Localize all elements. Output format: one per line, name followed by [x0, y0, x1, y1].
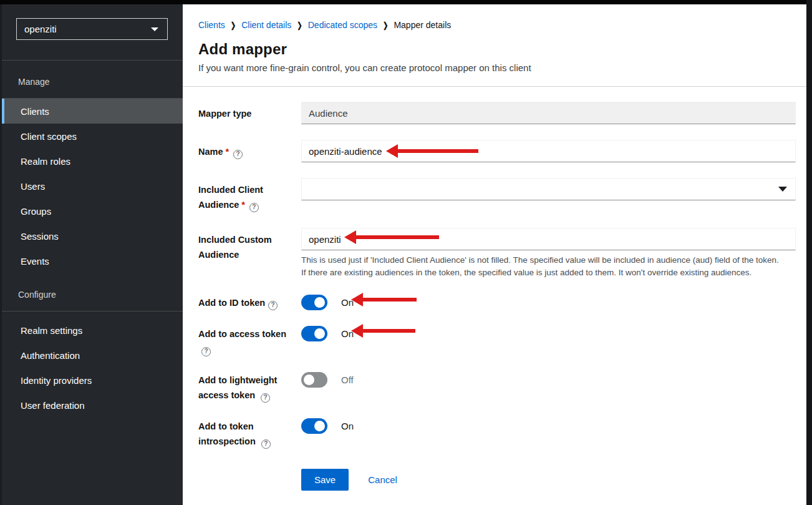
- sidebar-item-label: Groups: [21, 206, 51, 217]
- included-client-audience-select[interactable]: [301, 178, 796, 200]
- switch-knob: [314, 328, 325, 339]
- switch-knob: [304, 375, 314, 385]
- realm-name: openziti: [24, 24, 57, 34]
- mapper-type-label: Mapper type: [198, 102, 301, 124]
- form-row-add-to-id-token: Add to ID token? On: [198, 295, 796, 310]
- sidebar-item-realm-roles[interactable]: Realm roles: [2, 149, 183, 174]
- main-content: Clients ❯ Client details ❯ Dedicated sco…: [183, 4, 806, 505]
- required-asterisk: *: [226, 147, 230, 157]
- add-to-lightweight-access-token-toggle-group: Off: [301, 372, 796, 388]
- form-row-included-client-audience: Included Client Audience*?: [198, 178, 796, 212]
- add-to-lightweight-access-token-label: Add to lightweight access token ?: [198, 372, 301, 403]
- add-to-access-token-toggle-group: On: [301, 326, 796, 341]
- help-icon[interactable]: ?: [261, 393, 270, 403]
- sidebar: openziti Manage Clients Client scopes Re…: [0, 0, 183, 505]
- switch-knob: [314, 297, 325, 308]
- included-custom-audience-input[interactable]: [301, 228, 796, 250]
- toggle-state-label: On: [341, 326, 354, 341]
- sidebar-item-label: Identity providers: [21, 375, 92, 386]
- sidebar-item-label: Authentication: [21, 350, 80, 361]
- nav-list-configure: Realm settings Authentication Identity p…: [2, 311, 183, 418]
- switch-knob: [314, 421, 325, 431]
- helper-line: This is used just if 'Included Client Au…: [301, 254, 796, 267]
- sidebar-item-label: Realm settings: [21, 325, 82, 336]
- form-row-included-custom-audience: Included Custom Audience This is used ju…: [198, 228, 796, 279]
- chevron-right-icon: ❯: [383, 21, 388, 29]
- form-row-add-to-token-introspection: Add to token introspection ? On: [198, 418, 796, 449]
- add-to-token-introspection-switch[interactable]: [301, 418, 327, 434]
- sidebar-item-identity-providers[interactable]: Identity providers: [2, 368, 183, 393]
- help-icon[interactable]: ?: [268, 301, 278, 310]
- realm-selector-dropdown[interactable]: openziti: [16, 18, 168, 40]
- required-asterisk: *: [241, 200, 245, 210]
- sidebar-item-label: Events: [21, 256, 49, 267]
- vertical-scrollbar[interactable]: [806, 0, 812, 505]
- add-mapper-form: Mapper type Name*? Included Client Audie…: [183, 87, 806, 491]
- breadcrumb-current: Mapper details: [394, 20, 451, 30]
- cancel-button[interactable]: Cancel: [368, 474, 397, 485]
- breadcrumb: Clients ❯ Client details ❯ Dedicated sco…: [198, 20, 796, 30]
- window-top-edge: [0, 0, 812, 4]
- sidebar-item-label: Sessions: [21, 231, 59, 242]
- sidebar-item-realm-settings[interactable]: Realm settings: [2, 318, 183, 343]
- breadcrumb-link-dedicated-scopes[interactable]: Dedicated scopes: [308, 20, 377, 30]
- nav-list-manage: Clients Client scopes Realm roles Users …: [2, 99, 183, 273]
- page-subtitle: If you want more fine-grain control, you…: [198, 62, 796, 73]
- sidebar-item-users[interactable]: Users: [2, 174, 183, 199]
- sidebar-item-sessions[interactable]: Sessions: [2, 223, 183, 248]
- toggle-state-label: On: [341, 295, 354, 310]
- add-to-lightweight-access-token-switch[interactable]: [301, 372, 327, 388]
- helper-line: If there are existing audiences in the t…: [301, 267, 796, 279]
- sidebar-item-clients[interactable]: Clients: [2, 99, 183, 124]
- sidebar-item-label: Client scopes: [21, 131, 77, 142]
- chevron-right-icon: ❯: [231, 21, 236, 29]
- chevron-right-icon: ❯: [297, 21, 302, 29]
- sidebar-item-authentication[interactable]: Authentication: [2, 343, 183, 368]
- add-to-token-introspection-toggle-group: On: [301, 418, 796, 434]
- sidebar-item-label: Clients: [21, 106, 49, 117]
- label-text: Add to access token: [198, 329, 286, 339]
- form-row-mapper-type: Mapper type: [198, 102, 796, 124]
- add-to-id-token-switch[interactable]: [301, 295, 327, 310]
- label-text: Add to ID token: [198, 298, 265, 308]
- form-row-name: Name*?: [198, 140, 796, 162]
- help-icon[interactable]: ?: [261, 439, 271, 449]
- mapper-type-field: [301, 102, 796, 124]
- nav-section-title-configure: Configure: [2, 273, 183, 311]
- label-text: Included Custom Audience: [198, 235, 272, 260]
- label-text: Mapper type: [198, 109, 251, 119]
- sidebar-item-label: Realm roles: [21, 156, 70, 167]
- realm-selector-section: openziti: [2, 0, 183, 61]
- label-text: Name: [198, 147, 223, 157]
- toggle-state-label: Off: [341, 372, 354, 388]
- save-button[interactable]: Save: [301, 469, 349, 491]
- sidebar-item-groups[interactable]: Groups: [2, 199, 183, 223]
- sidebar-item-label: User federation: [21, 400, 85, 411]
- toggle-state-label: On: [341, 418, 354, 434]
- caret-down-icon: [151, 27, 158, 31]
- page-header: Clients ❯ Client details ❯ Dedicated sco…: [183, 4, 806, 87]
- label-text: Add to token introspection: [198, 421, 256, 446]
- breadcrumb-link-client-details[interactable]: Client details: [241, 20, 291, 30]
- form-actions: Save Cancel: [301, 469, 796, 491]
- add-to-id-token-toggle-group: On: [301, 295, 796, 310]
- page-title: Add mapper: [198, 41, 796, 58]
- help-icon[interactable]: ?: [249, 203, 259, 212]
- form-row-add-to-lightweight-access-token: Add to lightweight access token ? Off: [198, 372, 796, 403]
- add-to-id-token-label: Add to ID token?: [198, 295, 301, 310]
- sidebar-item-client-scopes[interactable]: Client scopes: [2, 124, 183, 149]
- included-client-audience-label: Included Client Audience*?: [198, 178, 301, 212]
- caret-down-icon: [778, 187, 787, 192]
- help-icon[interactable]: ?: [201, 347, 211, 356]
- breadcrumb-link-clients[interactable]: Clients: [198, 20, 225, 30]
- nav-section-title-manage: Manage: [2, 61, 183, 99]
- add-to-access-token-switch[interactable]: [301, 326, 327, 341]
- sidebar-item-events[interactable]: Events: [2, 248, 183, 273]
- form-row-add-to-access-token: Add to access token ? On: [198, 326, 796, 356]
- included-custom-audience-helper: This is used just if 'Included Client Au…: [301, 254, 796, 279]
- name-input[interactable]: [301, 140, 796, 162]
- add-to-token-introspection-label: Add to token introspection ?: [198, 418, 301, 449]
- help-icon[interactable]: ?: [233, 150, 243, 159]
- sidebar-item-user-federation[interactable]: User federation: [2, 393, 183, 418]
- sidebar-item-label: Users: [21, 181, 45, 192]
